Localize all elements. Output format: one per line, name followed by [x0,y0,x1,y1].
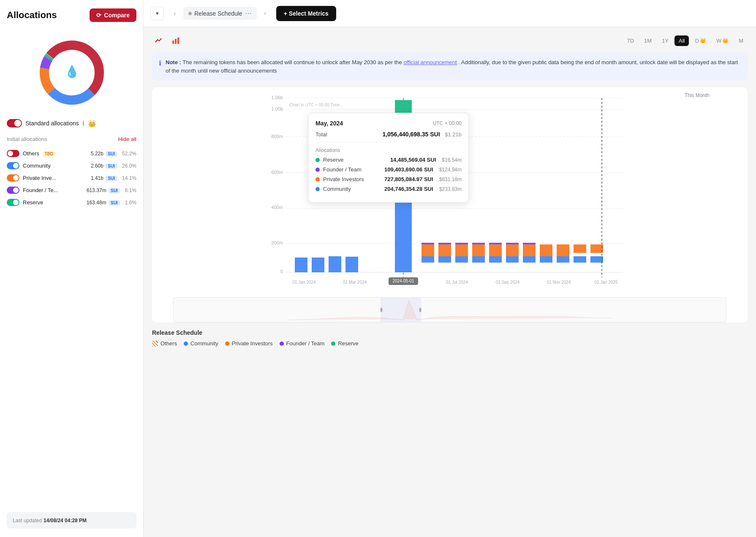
tooltip-name: Founder / Team [323,166,381,173]
tooltip-total-value: 1,056,440,698.35 SUI [382,131,440,138]
svg-text:1.06b: 1.06b [271,95,283,100]
tooltip-total-usd: $1.21b [445,131,462,138]
nav-left-arrow[interactable]: ‹ [169,8,181,19]
info-icon[interactable]: ℹ [82,120,84,127]
svg-text:200m: 200m [271,240,283,245]
tooltip-header: May, 2024 UTC + 00:00 [315,120,462,127]
alloc-pct: 52.2% [122,151,136,157]
svg-rect-51 [472,256,485,263]
d-button[interactable]: D 👑 [691,35,710,46]
nav-right-arrow[interactable]: › [259,8,271,19]
mini-chart[interactable] [173,297,726,323]
tooltip-row: Founder / Team 109,403,690.06 SUI $124.9… [315,166,462,173]
community-toggle[interactable] [7,162,19,169]
svg-rect-69 [590,256,603,263]
last-updated-value: 14/08/24 04:28 PM [44,518,87,523]
chevron-down-icon[interactable]: ▾ [150,7,164,20]
1m-button[interactable]: 1M [640,35,656,46]
svg-text:2024-05-01: 2024-05-01 [392,279,414,283]
tooltip-name: Reserve [323,157,387,163]
page-title: Allocations [7,10,57,21]
all-button[interactable]: All [674,35,689,46]
alloc-name: Reserve [23,199,83,206]
alloc-amount: 163.48m SUI [87,200,120,206]
release-schedule-tab[interactable]: Release Schedule ⋯ [183,7,257,20]
svg-text:💧: 💧 [64,65,79,79]
tooltip-usd: $124.94m [439,167,462,173]
sidebar: Allocations ⟳ Compare 💧 Standard a [0,0,144,537]
compare-icon: ⟳ [96,12,101,19]
tooltip-total-label: Total [315,131,327,138]
svg-rect-48 [455,256,468,263]
list-item: Others [152,340,177,347]
svg-rect-67 [574,256,586,263]
tooltip-total-values: 1,056,440,698.35 SUI $1.21b [382,131,462,138]
alloc-pct: 26.0% [122,163,136,169]
tooltip-total-row: Total 1,056,440,698.35 SUI $1.21b [315,131,462,142]
svg-rect-50 [455,243,468,244]
w-button[interactable]: W 👑 [712,35,733,46]
svg-rect-66 [557,244,569,256]
tab-more-icon[interactable]: ⋯ [245,9,252,17]
compare-button[interactable]: ⟳ Compare [90,8,136,22]
tooltip-row: Private Investors 727,805,084.97 SUI $83… [315,176,462,182]
private-investors-toggle[interactable] [7,174,19,182]
alloc-name: Private Inve... [23,175,87,181]
svg-rect-47 [438,243,451,244]
chart-toolbar: 7D 1M 1Y All D 👑 W 👑 M [152,34,748,47]
svg-rect-65 [557,256,569,263]
community-legend-dot [184,342,188,346]
standard-allocations-toggle[interactable] [7,119,22,127]
svg-rect-55 [489,244,502,256]
list-item: Reserve 163.48m SUI 1.6% [7,196,136,209]
svg-rect-68 [574,244,586,253]
tooltip-usd: $16.54m [442,157,462,163]
svg-rect-44 [422,243,434,244]
svg-rect-58 [506,244,519,256]
sui-badge: SUI [109,200,120,206]
list-item: Private Investors [225,340,273,347]
hide-all-button[interactable]: Hide all [118,136,136,142]
svg-rect-52 [472,244,485,256]
sui-badge: SUI [106,151,117,157]
svg-rect-34 [312,258,324,272]
svg-rect-76 [381,308,383,312]
founder-team-legend-dot [280,342,284,346]
bar-chart-icon[interactable] [169,34,182,47]
tab-navigation: ‹ Release Schedule ⋯ › [169,7,271,20]
alloc-name: Founder / Te... [23,187,83,193]
reserve-toggle[interactable] [7,199,19,206]
community-legend-label: Community [190,340,218,347]
svg-rect-63 [540,256,552,263]
1y-button[interactable]: 1Y [658,35,673,46]
line-chart-icon[interactable] [152,34,166,47]
alloc-amount: 2.60b SUI [91,163,117,169]
svg-rect-35 [329,256,341,272]
this-month-label: This Month [685,92,710,98]
official-announcement-link[interactable]: official announcement [403,59,457,65]
select-metrics-button[interactable]: + Select Metrics [276,6,336,21]
list-item: Community 2.60b SUI 26.0% [7,160,136,172]
alloc-amount: 613.37m SUI [87,187,120,193]
svg-text:01 Jan 2025: 01 Jan 2025 [594,280,617,285]
svg-text:0: 0 [280,269,283,274]
tab-label: Release Schedule [194,10,242,17]
time-controls: 7D 1M 1Y All D 👑 W 👑 M [623,35,748,46]
svg-text:01 Mar 2024: 01 Mar 2024 [343,280,367,285]
svg-rect-61 [523,244,536,256]
svg-rect-43 [422,244,434,256]
founder-team-toggle[interactable] [7,187,19,194]
tooltip-row: Community 204,746,354.28 SUI $233.83m [315,186,462,192]
m-button[interactable]: M [734,35,748,46]
others-toggle[interactable] [7,150,19,157]
tooltip-utc: UTC + 00:00 [433,120,462,126]
list-item: Others TBD 5.22b SUI 52.2% [7,147,136,160]
svg-rect-9 [175,39,177,44]
7d-button[interactable]: 7D [623,35,638,46]
svg-rect-60 [523,256,536,263]
alloc-amount: 1.41b SUI [91,175,117,181]
main-content: ▾ ‹ Release Schedule ⋯ › + Select Metric… [144,0,756,537]
tooltip-date: May, 2024 [315,120,343,127]
private-investors-legend-label: Private Investors [232,340,273,347]
community-dot [315,187,320,191]
